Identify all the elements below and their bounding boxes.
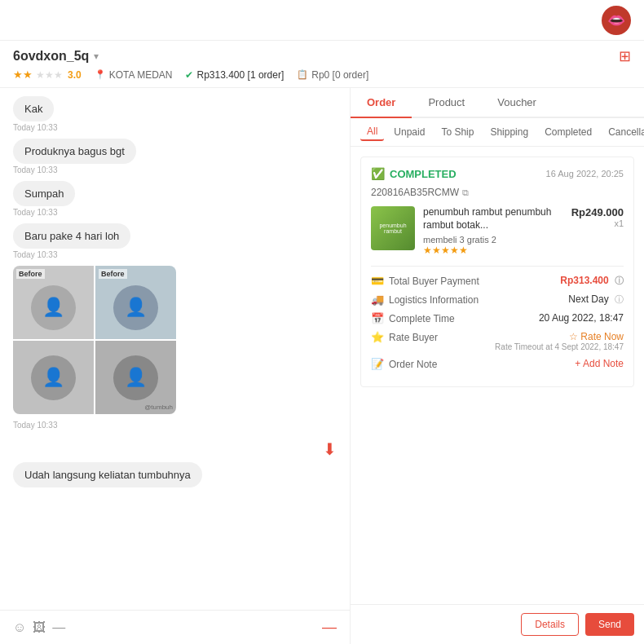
tab-product[interactable]: Product [412, 88, 481, 118]
avatar[interactable]: 👄 [602, 6, 631, 35]
send-icon[interactable]: — [322, 619, 337, 636]
user-meta: ★★★★★ 3.0 📍 KOTA MEDAN ✔ Rp313.400 [1 or… [13, 68, 631, 81]
order-id: 220816AB35RCMW [371, 187, 459, 198]
photo-before-1: Before 👤 [13, 266, 94, 339]
order-date: 16 Aug 2022, 20:25 [546, 169, 624, 179]
logistics-value: Next Day ⓘ [568, 293, 624, 306]
photo-after-2: 👤 @tumbuh [95, 341, 176, 414]
product-stars: ★★★★★ [423, 245, 563, 256]
attachment-icon[interactable]: — [52, 620, 65, 635]
main-content: Kak Today 10:33 Produknya bagus bgt Toda… [0, 88, 644, 644]
list-item: Baru pake 4 hari loh Today 10:33 [13, 223, 337, 259]
note-icon: 📝 [371, 358, 384, 370]
msg-time: Today 10:33 [13, 123, 337, 132]
order-status: ✅ COMPLETED [371, 167, 457, 180]
user-header: 6ovdxon_5q ▾ ⊞ ★★★★★ 3.0 📍 KOTA MEDAN ✔ … [0, 41, 644, 88]
chat-bubble: Produknya bagus bgt [13, 139, 136, 164]
rating-item: ★★★★★ 3.0 [13, 68, 82, 81]
order-content: ✅ COMPLETED 16 Aug 2022, 20:25 220816AB3… [351, 147, 644, 604]
list-item: Kak Today 10:33 [13, 96, 337, 132]
layout-icon[interactable]: ⊞ [619, 48, 631, 64]
photo-before-2: Before 👤 [95, 266, 176, 339]
order-status-row: ✅ COMPLETED 16 Aug 2022, 20:25 [371, 167, 624, 180]
complete-time-row: 📅 Complete Time 20 Aug 2022, 18:47 [371, 312, 624, 324]
chat-bubble: Baru pake 4 hari loh [13, 223, 130, 249]
order-detail-rows: 💳 Total Buyer Payment Rp313.400 ⓘ 🚚 [371, 266, 624, 370]
rate-value: ☆ Rate Now Rate Timeout at 4 Sept 2022, … [495, 331, 624, 351]
details-button[interactable]: Details [521, 613, 579, 636]
filter-all[interactable]: All [360, 123, 384, 141]
username: 6ovdxon_5q [13, 49, 89, 64]
logistics-row: 🚚 Logistics Information Next Day ⓘ [371, 293, 624, 306]
total-label: 💳 Total Buyer Payment [371, 275, 479, 287]
msg-time: Today 10:33 [13, 208, 337, 217]
rate-label: ⭐ Rate Buyer [371, 331, 438, 343]
list-item: Sumpah Today 10:33 [13, 181, 337, 217]
price-qty: x1 [571, 218, 624, 228]
calendar-icon: 📋 [297, 69, 308, 80]
payment-icon: 💳 [371, 275, 384, 287]
verified-icon: ✔ [185, 69, 193, 81]
total-value: Rp313.400 ⓘ [560, 275, 624, 287]
product-info: penumbuh rambut penumbuh rambut botak...… [423, 206, 563, 256]
rating-value: 3.0 [68, 69, 82, 81]
price-value: Rp249.000 [571, 206, 624, 218]
top-bar: 👄 [0, 0, 644, 41]
order-note-row: 📝 Order Note + Add Note [371, 358, 624, 370]
rate-now-link[interactable]: ☆ Rate Now [569, 331, 624, 342]
tab-order[interactable]: Order [351, 88, 412, 118]
chat-messages: Kak Today 10:33 Produknya bagus bgt Toda… [0, 88, 350, 610]
rate-buyer-row: ⭐ Rate Buyer ☆ Rate Now Rate Timeout at … [371, 331, 624, 351]
stars-empty: ★★★ [36, 69, 63, 81]
chat-bubble: Sumpah [13, 181, 75, 206]
status-text: COMPLETED [390, 168, 457, 180]
chat-bubble: Kak [13, 96, 54, 121]
product-thumbnail: penumbuh rambut [371, 206, 415, 250]
filter-unpaid[interactable]: Unpaid [387, 124, 431, 140]
product-thumb-inner: penumbuh rambut [371, 206, 415, 250]
truck-icon: 🚚 [371, 293, 384, 306]
stars-full: ★★ [13, 68, 33, 81]
filter-completed[interactable]: Completed [538, 124, 598, 140]
star-detail-icon: ⭐ [371, 331, 384, 343]
total-payment-row: 💳 Total Buyer Payment Rp313.400 ⓘ [371, 275, 624, 287]
image-icon[interactable]: 🖼 [33, 620, 46, 635]
order-footer: Details Send [351, 604, 644, 644]
note-label: 📝 Order Note [371, 358, 437, 370]
send-button[interactable]: Send [585, 613, 634, 636]
location-item: 📍 KOTA MEDAN [95, 69, 173, 81]
chat-bubble: Udah langsung keliatan tumbuhnya [13, 462, 202, 487]
product-row: penumbuh rambut penumbuh rambut penumbuh… [371, 206, 624, 256]
copy-icon[interactable]: ⧉ [462, 187, 469, 198]
status-check-icon: ✅ [371, 167, 385, 180]
photo-message: Before 👤 Before 👤 [13, 266, 337, 430]
product-promo: membeli 3 gratis 2 [423, 235, 563, 245]
location-icon: 📍 [95, 69, 106, 80]
complete-label: 📅 Complete Time [371, 312, 455, 324]
product-name: penumbuh rambut penumbuh rambut botak... [423, 206, 563, 232]
logistics-info-icon[interactable]: ⓘ [615, 294, 624, 304]
emoji-icon[interactable]: ☺ [13, 620, 26, 635]
photo-after-1: 👤 [13, 341, 94, 414]
tab-voucher[interactable]: Voucher [481, 88, 553, 118]
dropdown-arrow-icon[interactable]: ▾ [94, 51, 99, 62]
add-note-link[interactable]: + Add Note [575, 358, 624, 369]
calendar-detail-icon: 📅 [371, 312, 384, 324]
filter-cancellation[interactable]: Cancellation [602, 124, 644, 140]
download-icon[interactable]: ⬇ [323, 439, 337, 459]
product-price: Rp249.000 x1 [571, 206, 624, 228]
filter-shipping[interactable]: Shipping [483, 124, 535, 140]
photo-grid: Before 👤 Before 👤 [13, 266, 176, 414]
total-info-icon[interactable]: ⓘ [615, 276, 624, 285]
verified-item: ✔ Rp313.400 [1 order] [185, 69, 284, 81]
list-item: Produknya bagus bgt Today 10:33 [13, 139, 337, 174]
msg-time: Today 10:33 [13, 421, 337, 430]
chat-input-row: ☺ 🖼 — — [0, 610, 350, 644]
location-text: KOTA MEDAN [109, 69, 173, 81]
rate-sub: Rate Timeout at 4 Sept 2022, 18:47 [495, 342, 624, 351]
list-item: Udah langsung keliatan tumbuhnya [13, 462, 337, 487]
filter-to-ship[interactable]: To Ship [434, 124, 480, 140]
order-tabs: Order Product Voucher [351, 88, 644, 118]
rp-zero-text: Rp0 [0 order] [311, 69, 368, 81]
order-id-row: 220816AB35RCMW ⧉ [371, 187, 624, 198]
